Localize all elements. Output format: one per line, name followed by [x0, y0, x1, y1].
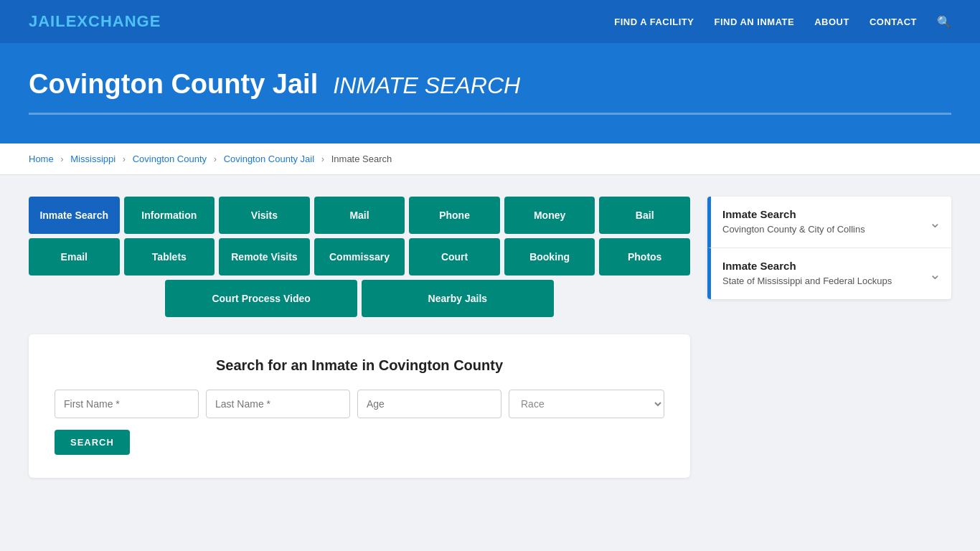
race-select[interactable]: Race White Black Hispanic Asian Other [509, 390, 664, 418]
tile-money[interactable]: Money [504, 197, 595, 234]
tile-booking[interactable]: Booking [504, 238, 595, 276]
tile-court[interactable]: Court [409, 238, 500, 276]
tile-information[interactable]: Information [124, 197, 215, 234]
tile-row-2: Email Tablets Remote Visits Commissary C… [29, 238, 690, 276]
age-input[interactable] [357, 390, 501, 418]
tile-bail[interactable]: Bail [599, 197, 690, 234]
nav-find-inmate[interactable]: FIND AN INMATE [714, 17, 794, 27]
breadcrumb-mississippi[interactable]: Mississippi [70, 154, 116, 164]
tile-court-video[interactable]: Court Process Video [165, 280, 357, 317]
sidebar-chevron-covington[interactable]: ⌄ [919, 197, 951, 248]
tile-photos[interactable]: Photos [599, 238, 690, 276]
logo-part2: EXCHANGE [66, 12, 161, 30]
tile-nearby-jails[interactable]: Nearby Jails [362, 280, 554, 317]
tile-inmate-search[interactable]: Inmate Search [29, 197, 120, 234]
sidebar-card: Inmate Search Covington County & City of… [707, 197, 951, 299]
tile-mail[interactable]: Mail [314, 197, 405, 234]
nav-contact[interactable]: CONTACT [870, 17, 917, 27]
search-card: Search for an Inmate in Covington County… [29, 334, 690, 478]
sidebar-item-covington-content: Inmate Search Covington County & City of… [711, 197, 919, 248]
logo[interactable]: JAILEXCHANGE [29, 12, 161, 31]
tile-row-3: Court Process Video Nearby Jails [29, 280, 690, 317]
sidebar-item-mississippi[interactable]: Inmate Search State of Mississippi and F… [707, 248, 951, 299]
hero-title-sub: INMATE SEARCH [333, 72, 520, 98]
hero-underline [29, 113, 951, 115]
sidebar-item-covington-sub: Covington County & City of Collins [722, 223, 908, 236]
tile-phone[interactable]: Phone [409, 197, 500, 234]
sep2: › [123, 154, 126, 164]
hero-title-main: Covington County Jail [29, 69, 318, 99]
main-content: Inmate Search Information Visits Mail Ph… [0, 175, 980, 499]
breadcrumb-current: Inmate Search [331, 154, 392, 164]
tile-visits[interactable]: Visits [219, 197, 310, 234]
tile-remote-visits[interactable]: Remote Visits [219, 238, 310, 276]
left-column: Inmate Search Information Visits Mail Ph… [29, 197, 690, 478]
breadcrumb-covington-jail[interactable]: Covington County Jail [224, 154, 314, 164]
tile-row-1: Inmate Search Information Visits Mail Ph… [29, 197, 690, 234]
sidebar-chevron-mississippi[interactable]: ⌄ [919, 248, 951, 299]
tile-email[interactable]: Email [29, 238, 120, 276]
search-fields: Race White Black Hispanic Asian Other [55, 390, 664, 418]
hero-title: Covington County Jail INMATE SEARCH [29, 69, 951, 100]
right-sidebar: Inmate Search Covington County & City of… [707, 197, 951, 299]
search-form-title: Search for an Inmate in Covington County [55, 357, 664, 374]
nav-about[interactable]: ABOUT [814, 17, 849, 27]
sep3: › [214, 154, 217, 164]
sidebar-item-mississippi-sub: State of Mississippi and Federal Lockups [722, 275, 908, 288]
nav-find-facility[interactable]: FIND A FACILITY [614, 17, 694, 27]
sidebar-item-covington-title: Inmate Search [722, 208, 908, 220]
tile-commissary[interactable]: Commissary [314, 238, 405, 276]
breadcrumb: Home › Mississippi › Covington County › … [29, 154, 951, 164]
last-name-input[interactable] [206, 390, 350, 418]
sidebar-item-mississippi-content: Inmate Search State of Mississippi and F… [711, 248, 919, 299]
search-button[interactable]: SEARCH [55, 430, 130, 455]
tile-tablets[interactable]: Tablets [124, 238, 215, 276]
header: JAILEXCHANGE FIND A FACILITY FIND AN INM… [0, 0, 980, 43]
sidebar-item-mississippi-title: Inmate Search [722, 260, 908, 272]
first-name-input[interactable] [55, 390, 199, 418]
logo-part1: JAIL [29, 12, 66, 30]
sep1: › [60, 154, 63, 164]
sidebar-item-covington[interactable]: Inmate Search Covington County & City of… [707, 197, 951, 248]
breadcrumb-covington-county[interactable]: Covington County [133, 154, 207, 164]
breadcrumb-bar: Home › Mississippi › Covington County › … [0, 143, 980, 175]
header-search-button[interactable]: 🔍 [937, 15, 951, 29]
main-nav: FIND A FACILITY FIND AN INMATE ABOUT CON… [614, 15, 951, 29]
breadcrumb-home[interactable]: Home [29, 154, 54, 164]
sep4: › [321, 154, 324, 164]
hero-banner: Covington County Jail INMATE SEARCH [0, 43, 980, 143]
